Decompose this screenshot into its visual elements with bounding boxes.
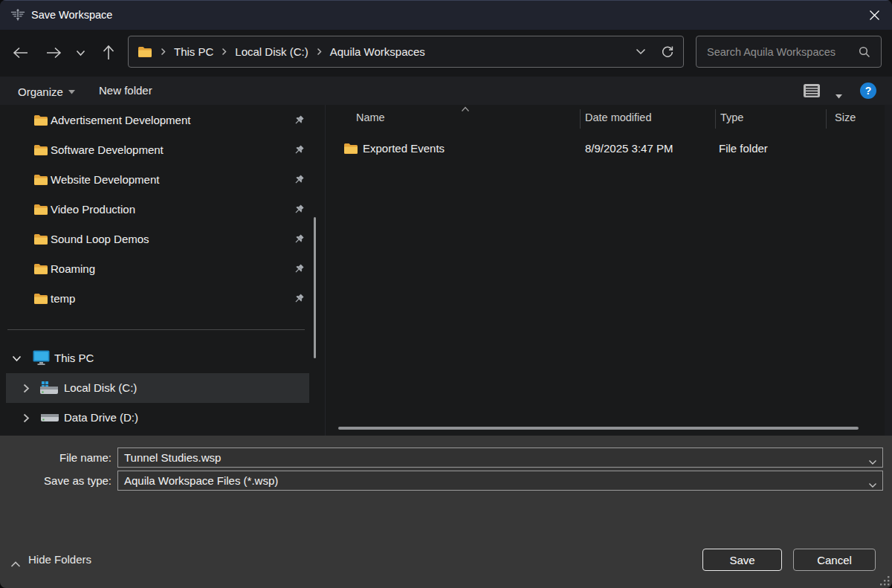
caret-down-icon [68,77,75,105]
file-list-horizontal-scrollbar[interactable] [338,427,859,430]
sidebar-item-label: Website Development [51,165,159,195]
new-folder-button[interactable]: New folder [99,77,152,105]
column-header-type[interactable]: Type [720,112,743,123]
save-as-type-dropdown-button[interactable] [868,478,877,491]
close-button[interactable] [856,0,892,30]
help-icon: ? [865,85,872,97]
organize-button[interactable]: Organize [18,77,75,105]
sidebar-item-label: temp [51,284,75,314]
sidebar-item-sound-loop-demos[interactable]: Sound Loop Demos [0,224,312,254]
file-list-vertical-scrollbar[interactable] [885,105,892,436]
folder-icon [33,174,48,186]
sidebar-item-label: Roaming [51,254,95,284]
column-resize-handle[interactable] [826,109,827,129]
column-resize-handle[interactable] [715,109,716,129]
folder-icon [33,114,48,126]
back-button[interactable] [10,42,32,63]
close-icon [869,10,880,21]
monitor-icon [33,350,50,366]
caret-down-icon [836,94,842,99]
pin-icon[interactable] [293,233,305,245]
hide-folders-label: Hide Folders [28,549,91,571]
file-date-cell: 8/9/2025 3:47 PM [585,135,673,163]
file-type-cell: File folder [719,135,768,163]
sidebar-divider [7,329,305,330]
breadcrumb-this-pc[interactable]: This PC [174,45,213,58]
breadcrumb-separator-icon [317,48,322,56]
sidebar-scrollbar[interactable] [314,217,316,358]
sidebar-item-video-production[interactable]: Video Production [0,195,312,224]
column-header-size[interactable]: Size [835,112,856,123]
local-disk-icon [39,381,59,395]
save-as-type-select[interactable]: Aquila Workspace Files (*.wsp) [117,471,883,491]
sidebar-item-advertisement-development[interactable]: Advertisement Development [0,106,312,135]
file-name-input[interactable]: Tunnel Studies.wsp [117,448,883,468]
file-name-cell: Exported Events [363,135,445,163]
sidebar-item-label: Software Development [51,135,164,165]
column-header-name[interactable]: Name [356,112,385,123]
save-as-type-label: Save as type: [0,471,112,491]
address-bar[interactable]: This PC Local Disk (C:) Aquila Workspace… [128,36,684,68]
pin-icon[interactable] [293,144,305,156]
recent-locations-button[interactable] [71,42,89,63]
column-header-date-modified[interactable]: Date modified [585,112,651,123]
breadcrumb-aquila-workspaces[interactable]: Aquila Workspaces [330,45,425,58]
breadcrumb-separator-icon [222,48,227,56]
search-input[interactable]: Search Aquila Workspaces [696,36,882,68]
arrow-right-icon [45,47,62,59]
sort-ascending-icon [461,106,470,112]
file-list: Name Date modified Type Size Exported Ev… [326,105,892,436]
folder-icon [33,233,48,245]
chevron-down-icon [868,482,877,488]
file-name-dropdown-button[interactable] [868,455,877,468]
folder-icon [138,46,152,58]
address-dropdown-button[interactable] [631,48,650,55]
pin-icon[interactable] [293,293,305,305]
breadcrumb-separator-icon [161,48,166,56]
save-workspace-dialog: Save Workspace [0,0,892,588]
sidebar-item-software-development[interactable]: Software Development [0,135,312,165]
cancel-button[interactable]: Cancel [793,549,876,571]
chevron-right-icon[interactable] [23,384,30,393]
sidebar-item-temp[interactable]: temp [0,284,312,314]
column-resize-handle[interactable] [580,109,581,129]
sidebar-item-website-development[interactable]: Website Development [0,165,312,195]
tree-item-label: Data Drive (D:) [64,403,138,433]
arrow-up-icon [103,45,114,61]
file-row-exported-events[interactable]: Exported Events 8/9/2025 3:47 PM File fo… [326,135,876,163]
resize-grip[interactable] [879,575,890,586]
sidebar-item-roaming[interactable]: Roaming [0,254,312,284]
main-area: Advertisement Development Software Devel… [0,105,892,436]
tree-item-local-disk-c[interactable]: Local Disk (C:) [0,373,312,403]
pin-icon[interactable] [293,114,305,126]
forward-button[interactable] [42,42,65,63]
sidebar-item-label: Video Production [51,195,135,224]
chevron-down-icon[interactable] [12,355,22,362]
pin-icon[interactable] [293,204,305,216]
tree-item-this-pc[interactable]: This PC [0,343,312,373]
breadcrumb-local-disk-c[interactable]: Local Disk (C:) [235,45,308,58]
save-button[interactable]: Save [702,549,782,571]
tree-item-label: This PC [54,343,94,373]
navigation-bar: This PC Local Disk (C:) Aquila Workspace… [0,30,892,77]
window-title: Save Workspace [31,0,112,30]
chevron-right-icon[interactable] [23,413,30,423]
details-view-button[interactable] [803,83,821,98]
folder-icon [33,293,48,305]
folder-icon [343,143,358,155]
refresh-icon [661,45,674,59]
up-button[interactable] [97,42,120,63]
view-options-dropdown[interactable] [836,88,842,102]
arrow-left-icon [13,47,29,59]
file-name-label: File name: [0,448,112,468]
refresh-button[interactable] [650,45,674,59]
pin-icon[interactable] [293,263,305,275]
search-icon [859,46,870,58]
organize-label: Organize [18,85,63,98]
cancel-button-label: Cancel [817,554,852,566]
details-view-icon [803,83,821,98]
help-button[interactable]: ? [860,83,876,99]
tree-item-label: Local Disk (C:) [64,373,137,403]
pin-icon[interactable] [293,174,305,186]
tree-item-data-drive-d[interactable]: Data Drive (D:) [0,403,312,433]
